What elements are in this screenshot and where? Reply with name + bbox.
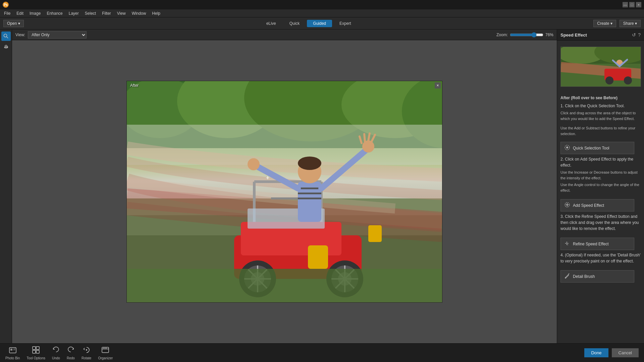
step-1-sub: Click and drag across the area of the ob… <box>560 110 641 121</box>
svg-point-69 <box>565 277 566 279</box>
image-frame: After × <box>126 81 442 303</box>
main-content: View: After Only Before Only Before & Af… <box>0 29 644 343</box>
organizer-label: Organizer <box>98 356 113 360</box>
svg-point-56 <box>605 76 613 84</box>
redo-tool[interactable]: Redo <box>67 346 75 360</box>
close-frame-button[interactable]: × <box>435 82 441 88</box>
view-select[interactable]: After Only Before Only Before & After - … <box>28 31 87 39</box>
svg-rect-76 <box>33 350 36 353</box>
panel-refresh-button[interactable]: ↺ <box>632 32 636 38</box>
after-rollover-text: After (Roll over to see Before) <box>557 93 644 103</box>
svg-point-57 <box>624 76 632 84</box>
svg-point-78 <box>86 349 87 351</box>
panel-title: Speed Effect <box>560 33 587 38</box>
redo-label: Redo <box>67 356 75 360</box>
photo-canvas[interactable]: + <box>127 81 442 302</box>
menu-select[interactable]: Select <box>82 10 99 16</box>
mode-expert[interactable]: Expert <box>333 20 357 27</box>
zoom-value: 76% <box>545 33 553 37</box>
zoom-tool[interactable] <box>1 32 11 41</box>
right-panel: Speed Effect ↺ ? <box>557 29 644 343</box>
rotate-tool[interactable]: Rotate <box>82 346 91 360</box>
svg-rect-50 <box>127 269 442 302</box>
panel-icons: ↺ ? <box>632 32 641 38</box>
svg-rect-71 <box>10 349 12 351</box>
detail-brush-button[interactable]: Detail Brush <box>560 270 634 283</box>
open-dropdown-icon: ▾ <box>18 21 20 26</box>
menu-window[interactable]: Window <box>129 10 149 16</box>
zoom-slider[interactable] <box>510 32 543 38</box>
view-label: View: <box>15 33 25 37</box>
create-button[interactable]: Create ▾ <box>593 20 616 27</box>
title-bar-controls[interactable]: — □ × <box>623 2 641 7</box>
after-label: After <box>130 83 139 88</box>
done-button[interactable]: Done <box>584 348 608 357</box>
step-4-container: 4. (Optional) If needed, use the 'Detail… <box>557 252 644 264</box>
svg-text:+: + <box>567 243 569 246</box>
menu-file[interactable]: File <box>1 10 13 16</box>
tool-options-tool[interactable]: Tool Options <box>26 346 45 360</box>
photo-bin-tool[interactable]: Photo Bin <box>5 346 20 360</box>
svg-rect-34 <box>308 245 328 269</box>
mode-quick[interactable]: Quick <box>283 20 306 27</box>
quick-selection-label: Quick Selection Tool <box>573 146 609 150</box>
refine-speed-effect-button[interactable]: ✛ + Refine Speed Effect <box>560 238 634 250</box>
open-label: Open <box>7 21 17 26</box>
tool-options-label: Tool Options <box>26 356 45 360</box>
organizer-tool[interactable]: Organizer <box>98 346 113 360</box>
left-toolbox <box>0 29 12 343</box>
zoom-label: Zoom: <box>496 33 508 37</box>
close-button[interactable]: × <box>636 2 641 7</box>
main-toolbar: Open ▾ eLive Quick Guided Expert Create … <box>0 17 644 29</box>
undo-tool[interactable]: Undo <box>52 346 60 360</box>
menu-filter[interactable]: Filter <box>99 10 114 16</box>
bottom-bar: Photo Bin Tool Options Undo Redo Rotate <box>0 343 644 362</box>
instruction-1: 1. Click on the Quick Selection Tool. Cl… <box>560 103 641 121</box>
hand-tool[interactable] <box>1 42 11 52</box>
title-bar-left: Ps <box>3 2 9 8</box>
bottom-tools: Photo Bin Tool Options Undo Redo Rotate <box>5 346 113 360</box>
cancel-button[interactable]: Cancel <box>612 348 639 357</box>
share-button[interactable]: Share ▾ <box>620 20 641 27</box>
svg-line-47 <box>364 134 365 141</box>
menu-help[interactable]: Help <box>149 10 163 16</box>
canvas-container[interactable]: After × <box>12 40 557 343</box>
tool-options-icon <box>32 346 40 356</box>
svg-line-68 <box>568 274 569 275</box>
panel-help-button[interactable]: ? <box>638 32 641 38</box>
view-bar: View: After Only Before Only Before & Af… <box>12 29 557 40</box>
svg-text:+: + <box>266 175 270 181</box>
minimize-button[interactable]: — <box>623 2 628 7</box>
open-button[interactable]: Open ▾ <box>3 20 24 27</box>
step-3-container: 3. Click the Refine Speed Effect button … <box>557 214 644 232</box>
rotate-label: Rotate <box>82 356 91 360</box>
svg-rect-77 <box>36 350 39 353</box>
svg-point-0 <box>4 34 7 37</box>
svg-rect-75 <box>36 347 39 350</box>
svg-point-62 <box>566 146 568 148</box>
refine-speed-effect-icon: ✛ + <box>564 240 570 247</box>
undo-icon <box>52 346 60 356</box>
svg-point-43 <box>362 140 374 153</box>
photo-bin-icon <box>9 346 17 356</box>
mode-guided[interactable]: Guided <box>307 20 332 27</box>
add-speed-effect-label: Add Speed Effect <box>573 203 604 208</box>
quick-selection-button[interactable]: Quick Selection Tool <box>560 142 634 154</box>
add-speed-effect-button[interactable]: Add Speed Effect <box>560 199 634 212</box>
step-1-sub2: Use the Add or Subtract buttons to refin… <box>560 125 641 140</box>
canvas-area: View: After Only Before Only Before & Af… <box>12 29 557 343</box>
menu-image[interactable]: Image <box>27 10 43 16</box>
title-bar: Ps — □ × <box>0 0 644 9</box>
mode-elive[interactable]: eLive <box>260 20 282 27</box>
rotate-icon <box>83 346 91 356</box>
menu-enhance[interactable]: Enhance <box>44 10 65 16</box>
preview-container <box>557 41 644 93</box>
app-icon: Ps <box>3 2 9 8</box>
menu-layer[interactable]: Layer <box>66 10 82 16</box>
menu-edit[interactable]: Edit <box>14 10 26 16</box>
maximize-button[interactable]: □ <box>629 2 635 7</box>
svg-line-1 <box>6 37 8 39</box>
instructions-panel: 1. Click on the Quick Selection Tool. Cl… <box>557 103 644 140</box>
svg-rect-74 <box>33 347 36 350</box>
menu-view[interactable]: View <box>114 10 128 16</box>
